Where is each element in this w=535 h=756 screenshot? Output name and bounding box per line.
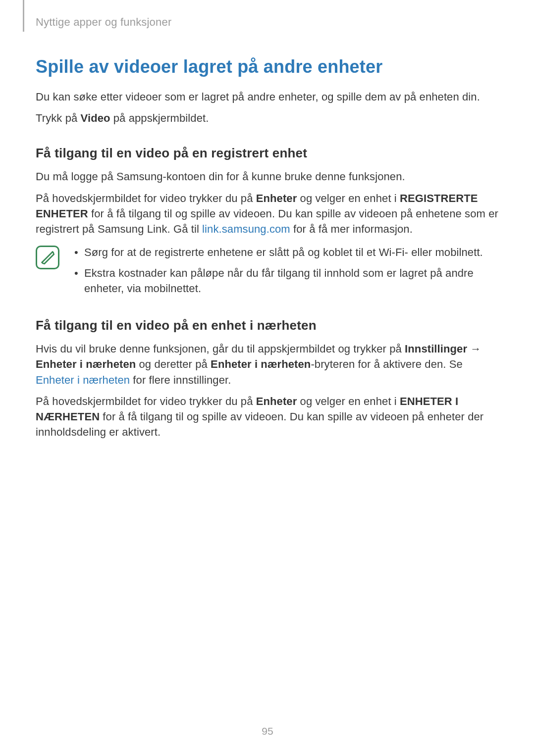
breadcrumb: Nyttige apper og funksjoner xyxy=(36,16,499,29)
text-fragment: på appskjermbildet. xyxy=(110,112,209,124)
subsection-title-nearby-device: Få tilgang til en video på en enhet i næ… xyxy=(36,318,499,333)
bold-text: Enheter i nærheten xyxy=(211,358,311,370)
bold-text: Enheter xyxy=(256,395,297,407)
sub1-paragraph-2: På hovedskjermbildet for video trykker d… xyxy=(36,191,499,237)
arrow-text: → xyxy=(467,343,481,355)
sub1-paragraph-1: Du må logge på Samsung-kontoen din for å… xyxy=(36,169,499,184)
note-item: Ekstra kostnader kan påløpe når du får t… xyxy=(72,265,499,296)
page-number: 95 xyxy=(0,725,535,737)
bold-text: Video xyxy=(81,112,110,124)
note-icon xyxy=(36,246,59,269)
text-fragment: Trykk på xyxy=(36,112,81,124)
text-fragment: for å få tilgang til og spille av videoe… xyxy=(36,410,483,438)
page-content: Nyttige apper og funksjoner Spille av vi… xyxy=(0,0,535,440)
text-fragment: På hovedskjermbildet for video trykker d… xyxy=(36,395,256,407)
sub2-paragraph-2: På hovedskjermbildet for video trykker d… xyxy=(36,394,499,440)
bold-text: Innstillinger xyxy=(405,343,467,355)
intro-paragraph-1: Du kan søke etter videoer som er lagret … xyxy=(36,89,499,104)
text-fragment: På hovedskjermbildet for video trykker d… xyxy=(36,192,256,204)
link-nearby-devices[interactable]: Enheter i nærheten xyxy=(36,374,130,386)
intro-paragraph-2: Trykk på Video på appskjermbildet. xyxy=(36,110,499,126)
text-fragment: og deretter på xyxy=(136,358,211,370)
subsection-title-registered-device: Få tilgang til en video på en registrert… xyxy=(36,146,499,161)
sub2-paragraph-1: Hvis du vil bruke denne funksjonen, går … xyxy=(36,341,499,388)
bold-text: Enheter xyxy=(256,192,297,204)
link-samsung-link[interactable]: link.samsung.com xyxy=(202,223,290,235)
text-fragment: for å få mer informasjon. xyxy=(290,223,413,235)
bold-text: Enheter i nærheten xyxy=(36,358,136,370)
note-block: Sørg for at de registrerte enhetene er s… xyxy=(36,245,499,301)
text-fragment: og velger en enhet i xyxy=(297,192,400,204)
text-fragment: og velger en enhet i xyxy=(297,395,400,407)
page-spine-decoration xyxy=(23,0,24,32)
text-fragment: Hvis du vil bruke denne funksjonen, går … xyxy=(36,343,405,355)
text-fragment: for flere innstillinger. xyxy=(130,374,231,386)
note-list: Sørg for at de registrerte enhetene er s… xyxy=(72,245,499,301)
text-fragment: -bryteren for å aktivere den. Se xyxy=(311,358,462,370)
note-item: Sørg for at de registrerte enhetene er s… xyxy=(72,245,499,260)
section-title: Spille av videoer lagret på andre enhete… xyxy=(36,56,499,77)
